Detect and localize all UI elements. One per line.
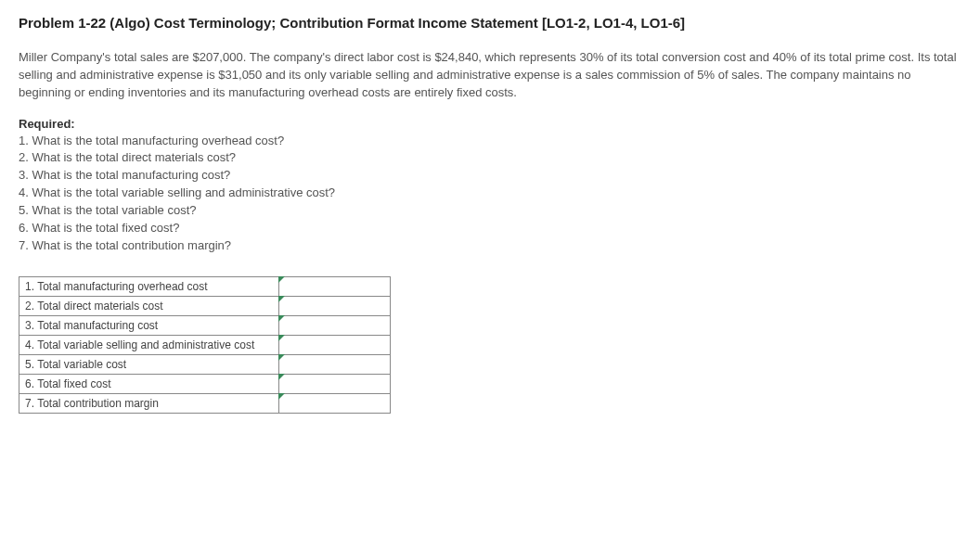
required-label: Required: [19,117,961,131]
edit-marker-icon [278,393,285,400]
answer-input[interactable] [279,316,390,335]
row-input-cell[interactable] [279,297,391,316]
question-item: 4. What is the total variable selling an… [19,185,961,202]
edit-marker-icon [278,374,285,380]
table-row: 3. Total manufacturing cost [19,316,391,336]
table-row: 6. Total fixed cost [19,375,391,394]
problem-description: Miller Company's total sales are $207,00… [19,49,961,102]
table-row: 2. Total direct materials cost [19,297,391,316]
question-item: 2. What is the total direct materials co… [19,149,961,167]
edit-marker-icon [278,354,285,361]
question-item: 5. What is the total variable cost? [19,202,961,220]
row-input-cell[interactable] [279,277,391,297]
row-label: 6. Total fixed cost [19,375,279,394]
row-label: 5. Total variable cost [19,355,279,375]
table-row: 7. Total contribution margin [19,394,391,414]
answer-table: 1. Total manufacturing overhead cost 2. … [19,276,391,414]
edit-marker-icon [278,276,285,283]
row-input-cell[interactable] [279,355,391,375]
question-item: 6. What is the total fixed cost? [19,220,961,237]
question-item: 1. What is the total manufacturing overh… [19,133,961,150]
edit-marker-icon [278,335,285,341]
questions-list: 1. What is the total manufacturing overh… [19,133,961,255]
row-label: 3. Total manufacturing cost [19,316,279,336]
answer-input[interactable] [279,277,390,296]
problem-title: Problem 1-22 (Algo) Cost Terminology; Co… [19,15,961,31]
answer-input[interactable] [279,355,390,374]
row-input-cell[interactable] [279,375,391,394]
row-input-cell[interactable] [279,316,391,336]
answer-input[interactable] [279,394,390,413]
row-label: 7. Total contribution margin [19,394,279,414]
row-label: 2. Total direct materials cost [19,297,279,316]
row-label: 4. Total variable selling and administra… [19,336,279,355]
edit-marker-icon [278,296,285,302]
table-row: 1. Total manufacturing overhead cost [19,277,391,297]
answer-input[interactable] [279,336,390,354]
question-item: 3. What is the total manufacturing cost? [19,167,961,185]
table-row: 5. Total variable cost [19,355,391,375]
answer-input[interactable] [279,375,390,393]
row-input-cell[interactable] [279,394,391,414]
question-item: 7. What is the total contribution margin… [19,237,961,255]
row-label: 1. Total manufacturing overhead cost [19,277,279,297]
row-input-cell[interactable] [279,336,391,355]
answer-input[interactable] [279,297,390,315]
edit-marker-icon [278,315,285,322]
table-row: 4. Total variable selling and administra… [19,336,391,355]
